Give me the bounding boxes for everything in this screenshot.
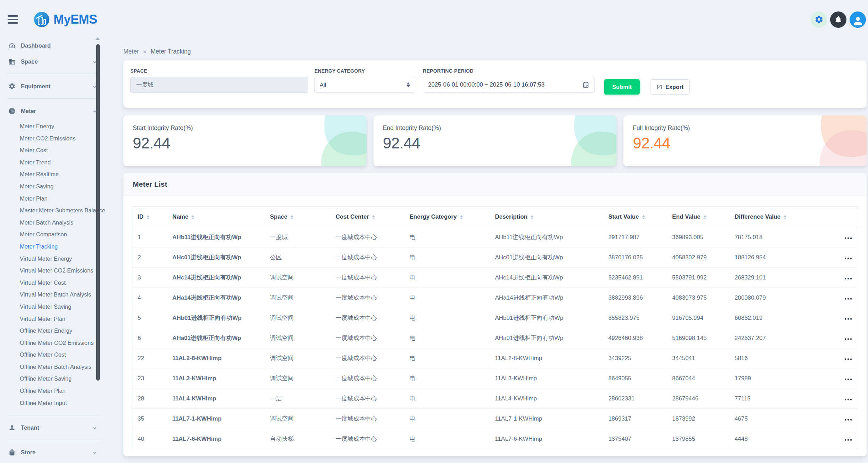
cell-end-value: 4083073.975 (666, 288, 729, 308)
sidebar-subitem-meter-cost[interactable]: Meter Cost (0, 144, 108, 156)
table-row: 4011AL7-6-KWHimp自动扶梯一度城成本中心电11AL7-6-KWHi… (132, 429, 858, 449)
cell-start-value: 3870176.025 (603, 247, 667, 268)
sidebar-item-tenant[interactable]: Tenant (0, 420, 108, 436)
column-header-difference-value[interactable]: Difference Value (729, 207, 820, 227)
column-header-id[interactable]: ID (132, 207, 167, 227)
cell-actions (820, 348, 858, 368)
row-actions-ellipsis-icon[interactable] (844, 357, 853, 362)
column-header-label: Description (495, 213, 527, 220)
sidebar-subitem-meter-saving[interactable]: Meter Saving (0, 180, 108, 193)
column-header-name[interactable]: Name (167, 207, 264, 227)
cell-space: 调试空间 (264, 348, 330, 368)
row-actions-ellipsis-icon[interactable] (844, 397, 853, 402)
column-header-space[interactable]: Space (264, 207, 330, 227)
notifications-bell-icon[interactable] (830, 11, 846, 28)
sidebar-subitem-meter-plan[interactable]: Meter Plan (0, 193, 108, 205)
cell-energy-category: 电 (404, 429, 489, 449)
sidebar-item-dashboard[interactable]: Dashboard (0, 38, 108, 54)
menu-icon[interactable] (8, 15, 18, 24)
row-actions-ellipsis-icon[interactable] (844, 438, 853, 442)
sidebar-subitem-virtual-meter-cost[interactable]: Virtual Meter Cost (0, 277, 108, 289)
cell-id: 22 (132, 348, 167, 368)
sidebar-item-equipment[interactable]: Equipment (0, 78, 108, 94)
submit-button[interactable]: Submit (604, 79, 640, 95)
cell-name: AHa14进线柜正向有功Wp (167, 288, 264, 308)
user-avatar-icon[interactable] (850, 11, 866, 28)
sidebar-subitem-meter-realtime[interactable]: Meter Realtime (0, 168, 108, 180)
reporting-period-input[interactable]: 2025-06-01 00:00:00 ~ 2025-06-10 16:07:5… (423, 77, 595, 93)
cell-id: 6 (132, 328, 167, 348)
column-header-energy-category[interactable]: Energy Category (404, 207, 489, 227)
export-button[interactable]: Export (650, 79, 690, 95)
sidebar-item-store[interactable]: Store (0, 444, 108, 460)
brand-logo[interactable]: MyEMS (33, 11, 97, 28)
scrollbar-up-arrow-icon[interactable] (95, 37, 100, 40)
cell-description: AHc01进线柜正向有功Wp (489, 247, 603, 268)
sidebar-subitem-meter-comparison[interactable]: Meter Comparison (0, 228, 108, 241)
sidebar-item-label: Space (21, 58, 94, 65)
user-icon (8, 424, 16, 431)
cell-actions (820, 409, 858, 429)
sidebar-subitem-virtual-meter-batch-analysis[interactable]: Virtual Meter Batch Analysis (0, 289, 108, 301)
row-actions-ellipsis-icon[interactable] (844, 377, 853, 382)
breadcrumb-meter[interactable]: Meter (123, 48, 139, 55)
cell-difference-value: 188126.954 (729, 247, 820, 268)
stat-card-start-integrity-rate: Start Integrity Rate(%)92.44 (123, 115, 367, 166)
sidebar-subitem-virtual-meter-energy[interactable]: Virtual Meter Energy (0, 253, 108, 265)
sidebar-subitem-meter-energy[interactable]: Meter Energy (0, 120, 108, 132)
row-actions-ellipsis-icon[interactable] (844, 317, 853, 321)
settings-gear-icon[interactable] (811, 11, 827, 28)
cell-difference-value: 4448 (729, 429, 820, 449)
space-input[interactable] (130, 77, 308, 93)
pie-chart-icon (8, 107, 16, 115)
cell-start-value: 8649055 (603, 368, 667, 389)
cell-difference-value: 5816 (729, 348, 820, 368)
cell-cost-center: 一度城成本中心 (330, 348, 404, 368)
row-actions-ellipsis-icon[interactable] (844, 276, 853, 281)
table-row: 3AHc14进线柜正向有功Wp调试空间一度城成本中心电AHc14进线柜正向有功W… (132, 268, 858, 288)
row-actions-ellipsis-icon[interactable] (844, 256, 853, 261)
sort-icon (191, 215, 194, 219)
row-actions-ellipsis-icon[interactable] (844, 417, 853, 422)
calendar-icon (582, 81, 589, 88)
sidebar-subitem-meter-tracking[interactable]: Meter Tracking (0, 241, 108, 253)
sidebar-subitem-offline-meter-cost[interactable]: Offline Meter Cost (0, 349, 108, 361)
sidebar-subitem-offline-meter-saving[interactable]: Offline Meter Saving (0, 373, 108, 385)
sidebar-subitem-offline-meter-energy[interactable]: Offline Meter Energy (0, 325, 108, 337)
stat-card-value: 92.44 (133, 135, 367, 152)
row-actions-ellipsis-icon[interactable] (844, 236, 853, 241)
sidebar-scrollbar[interactable] (96, 44, 100, 381)
sidebar-subitem-master-meter-submeters-balance[interactable]: Master Meter Submeters Balance (0, 204, 108, 217)
table-row: 2311AL3-KWHimp调试空间一度城成本中心电11AL3-KWHimp86… (132, 368, 858, 389)
row-actions-ellipsis-icon[interactable] (844, 297, 853, 301)
sidebar-subitem-virtual-meter-co2-emissions[interactable]: Virtual Meter CO2 Emissions (0, 265, 108, 277)
brand-name: MyEMS (54, 12, 97, 27)
sidebar-subitem-virtual-meter-saving[interactable]: Virtual Meter Saving (0, 301, 108, 313)
sidebar-subitem-meter-batch-analysis[interactable]: Meter Batch Analysis (0, 217, 108, 229)
row-actions-ellipsis-icon[interactable] (844, 337, 853, 341)
sidebar-subitem-offline-meter-co2-emissions[interactable]: Offline Meter CO2 Emissions (0, 337, 108, 349)
sidebar-subitem-virtual-meter-plan[interactable]: Virtual Meter Plan (0, 313, 108, 325)
sort-icon (784, 215, 786, 219)
energy-category-select[interactable]: All (314, 77, 415, 93)
column-header-description[interactable]: Description (489, 207, 603, 227)
sidebar-subitem-offline-meter-plan[interactable]: Offline Meter Plan (0, 385, 108, 397)
cell-space: 调试空间 (264, 409, 330, 429)
chevron-down-icon (93, 425, 97, 429)
sidebar-item-meter[interactable]: Meter (0, 103, 108, 119)
column-header-end-value[interactable]: End Value (666, 207, 729, 227)
column-header-label: ID (138, 213, 144, 220)
sidebar-subitem-offline-meter-input[interactable]: Offline Meter Input (0, 397, 108, 409)
sidebar-subitem-offline-meter-batch-analysis[interactable]: Offline Meter Batch Analysis (0, 361, 108, 373)
column-header-start-value[interactable]: Start Value (603, 207, 667, 227)
sidebar-item-space[interactable]: Space (0, 54, 108, 70)
stat-card-label: Start Integrity Rate(%) (133, 124, 367, 132)
sidebar-subitem-meter-co2-emissions[interactable]: Meter CO2 Emissions (0, 132, 108, 145)
cell-end-value: 3445041 (666, 348, 729, 368)
cell-end-value: 916705.994 (666, 308, 729, 328)
sidebar-subitem-meter-trend[interactable]: Meter Trend (0, 156, 108, 169)
cell-cost-center: 一度城成本中心 (330, 308, 404, 328)
column-header-cost-center[interactable]: Cost Center (330, 207, 404, 227)
cell-end-value: 369893.005 (666, 227, 729, 247)
sidebar-divider (8, 98, 100, 99)
